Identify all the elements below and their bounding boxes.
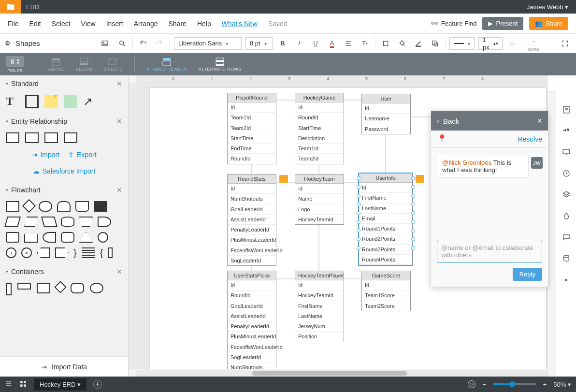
back-button[interactable]: ‹ Back: [437, 117, 459, 125]
menu-insert[interactable]: Insert: [106, 20, 123, 28]
entity-field[interactable]: Round4Points: [359, 255, 412, 265]
close-icon[interactable]: ✕: [116, 80, 122, 87]
section-standard[interactable]: Standard ✕: [0, 75, 128, 92]
shaded-header-toggle[interactable]: SHADED HEADER: [146, 57, 187, 72]
entity-field[interactable]: SogLeaderId: [228, 352, 276, 363]
text-shape[interactable]: T: [6, 95, 19, 108]
entity-userinfo[interactable]: UserInfoIdFirstNameLastNameEmailRound1Po…: [359, 173, 413, 265]
insert-below-button[interactable]: BELOW: [76, 57, 93, 72]
connection-port[interactable]: [411, 229, 415, 232]
location-icon[interactable]: 📍: [437, 134, 447, 144]
fill-button[interactable]: [396, 37, 408, 50]
connection-port[interactable]: [411, 203, 415, 206]
entity-userstatspicks[interactable]: UserStatsPicksIdRoundIdGoalLeaderIdAssis…: [227, 271, 276, 369]
fc-shape[interactable]: [55, 247, 69, 258]
entity-field[interactable]: NumShutouts: [228, 363, 276, 369]
connection-port[interactable]: [411, 176, 415, 180]
text-color-button[interactable]: A: [326, 37, 338, 50]
entity-field[interactable]: RoundId: [295, 113, 344, 123]
zoom-level[interactable]: 50% ▾: [553, 381, 571, 388]
border-color-button[interactable]: [412, 37, 425, 50]
entity-header[interactable]: HockeyTeam: [295, 174, 344, 184]
align-button[interactable]: [342, 37, 355, 50]
feature-find-button[interactable]: 👓 Feature Find: [431, 20, 477, 27]
fc-shape[interactable]: [82, 247, 95, 258]
entity-field[interactable]: PenaltyLeaderId: [228, 321, 276, 332]
insert-above-button[interactable]: ABOVE: [48, 57, 64, 72]
fc-shape[interactable]: [4, 217, 21, 227]
container-shape[interactable]: [54, 281, 66, 293]
close-icon[interactable]: ✕: [116, 186, 122, 194]
section-entity-relationship[interactable]: Entity Relationship ✕: [0, 113, 128, 130]
menu-share[interactable]: Share: [169, 20, 187, 28]
entity-user[interactable]: UserIdUsernamePassword: [361, 94, 411, 134]
connection-port[interactable]: [411, 194, 415, 198]
present-button[interactable]: ▶ Present: [482, 17, 523, 30]
entity-hockeyteam[interactable]: HockeyTeamIdNameLogoHockeyTeamId: [295, 174, 344, 225]
connection-port[interactable]: [357, 185, 360, 189]
fc-shape[interactable]: +: [6, 247, 16, 258]
italic-button[interactable]: I: [293, 37, 305, 50]
entity-header[interactable]: UserStatsPicks: [228, 271, 276, 280]
entity-header[interactable]: UserInfo: [359, 174, 412, 183]
entity-field[interactable]: Id: [295, 280, 344, 290]
fullscreen-button[interactable]: [559, 37, 571, 50]
salesforce-import-link[interactable]: ☁Salesforce Import: [33, 167, 96, 175]
entity-field[interactable]: Id: [362, 103, 410, 114]
entity-field[interactable]: Password: [362, 124, 410, 134]
document-title[interactable]: ERD: [26, 3, 39, 11]
entity-field[interactable]: HockeyTeamId: [295, 290, 344, 301]
bold-button[interactable]: B: [276, 37, 289, 50]
entity-field[interactable]: NumShutouts: [228, 194, 276, 204]
entity-hockeyteamplayer[interactable]: HockeyTeamPlayerIdHockeyTeamIdFirstNameL…: [295, 271, 344, 342]
alternate-rows-toggle[interactable]: ALTERNATE ROWS: [199, 57, 242, 72]
entity-field[interactable]: FirstName: [359, 193, 412, 203]
close-icon[interactable]: ✕: [116, 268, 122, 276]
entity-field[interactable]: PenaltyLeaderId: [228, 225, 276, 235]
entity-field[interactable]: Team1Id: [295, 144, 344, 154]
menu-edit[interactable]: Edit: [29, 20, 41, 28]
entity-header[interactable]: HockeyGame: [295, 93, 344, 102]
entity-field[interactable]: Id: [228, 184, 276, 194]
search-shapes-icon[interactable]: [116, 37, 129, 50]
fc-shape[interactable]: [24, 217, 38, 227]
more-options-button[interactable]: ⋯: [527, 35, 540, 47]
connection-port[interactable]: [411, 237, 415, 241]
entity-field[interactable]: PlusMinusLeaderId: [228, 332, 276, 342]
entity-field[interactable]: Team2Id: [295, 154, 344, 163]
menu-select[interactable]: Select: [52, 20, 71, 28]
layers-panel-icon[interactable]: [561, 189, 572, 200]
entity-field[interactable]: Round3Points: [359, 245, 412, 255]
reply-button[interactable]: Reply: [513, 268, 542, 281]
resolve-button[interactable]: Resolve: [518, 135, 542, 143]
shapes-settings-icon[interactable]: ⚙: [5, 40, 11, 47]
note-shape[interactable]: [44, 95, 58, 108]
entity-header[interactable]: PlayoffRound: [228, 93, 276, 102]
er-shape-1[interactable]: [6, 132, 19, 143]
shape-options-button[interactable]: [429, 37, 441, 50]
connection-port[interactable]: [357, 229, 360, 232]
fc-shape[interactable]: [61, 217, 74, 227]
fc-shape[interactable]: [24, 232, 38, 243]
connection-port[interactable]: [357, 220, 360, 224]
fc-shape[interactable]: [98, 232, 108, 243]
entity-header[interactable]: RoundStats: [228, 174, 276, 184]
entity-field[interactable]: Team1Score: [362, 290, 410, 301]
entity-field[interactable]: Id: [228, 280, 276, 290]
fields-stepper[interactable]: 8 ▴▾: [6, 56, 24, 67]
fc-shape[interactable]: [43, 232, 56, 243]
entity-header[interactable]: User: [362, 94, 410, 103]
fc-shape[interactable]: [41, 217, 58, 227]
list-view-icon[interactable]: [5, 380, 13, 389]
fc-shape[interactable]: [57, 201, 71, 212]
entity-field[interactable]: SogLeaderId: [228, 256, 276, 265]
menu-help[interactable]: Help: [197, 20, 211, 28]
connection-port[interactable]: [357, 176, 360, 180]
zoom-out-button[interactable]: −: [482, 381, 486, 388]
paint-panel-icon[interactable]: [561, 211, 572, 221]
connection-port[interactable]: [411, 211, 415, 215]
menu-whats-new[interactable]: What's New: [222, 20, 258, 28]
er-export-link[interactable]: ⇪Export: [68, 151, 96, 159]
entity-field[interactable]: Team2Id: [228, 123, 276, 133]
entity-gamescore[interactable]: GameScoreIdTeam1ScoreTeam2Score: [361, 271, 411, 311]
